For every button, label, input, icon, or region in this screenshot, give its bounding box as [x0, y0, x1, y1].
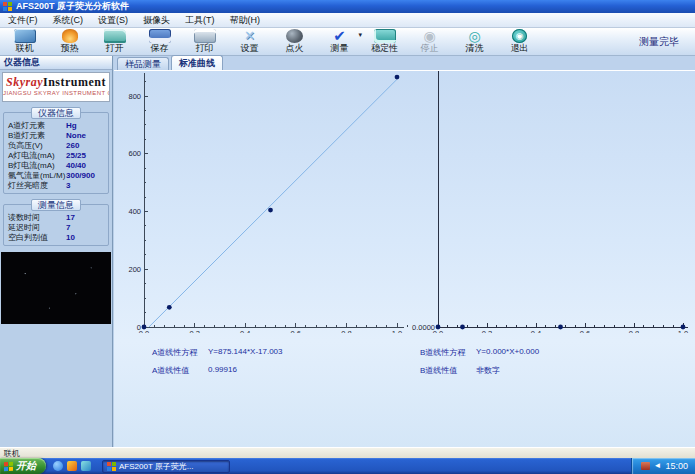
application-window: AFS200T 原子荧光分析软件 文件(F)系统(C)设置(S)摄像头工具(T)… — [0, 0, 695, 474]
brand-name-red: Skyray — [6, 75, 43, 89]
titlebar: AFS200T 原子荧光分析软件 — [0, 0, 695, 13]
chart-panel: 0.00.20.40.60.81.00200400600800 0.00.20.… — [114, 70, 695, 447]
svg-text:200: 200 — [128, 265, 141, 274]
brand-logo: SkyrayInstrument JIANGSU SKYRAY INSTRUME… — [2, 72, 110, 102]
svg-text:400: 400 — [128, 207, 141, 216]
svg-text:800: 800 — [128, 92, 141, 101]
field-row: 负高压(V)260 — [6, 140, 106, 150]
quick-launch — [46, 461, 98, 471]
group-caption: 仪器信息 — [31, 107, 81, 119]
svg-text:0.0000: 0.0000 — [412, 323, 435, 332]
toolbar-button-label: 退出 — [511, 43, 529, 54]
field-value: 260 — [66, 141, 104, 150]
svg-text:0.6: 0.6 — [291, 329, 301, 333]
open-button[interactable]: 打开 — [92, 28, 137, 55]
windows-flag-icon — [4, 461, 13, 471]
channel-a-equations: A道线性方程 Y=875.144*X-17.003 A道线性值 0.99916 — [152, 347, 283, 383]
brand-name-black: Instrument — [43, 75, 106, 89]
stability-icon — [374, 29, 396, 43]
group-caption: 测量信息 — [31, 199, 81, 211]
field-row: 空白判别值10 — [6, 232, 106, 242]
group-instrument-info: 仪器信息A道灯元素HgB道灯元素None负高压(V)260A灯电流(mA)25/… — [3, 112, 109, 194]
b-linearity-value: 非数字 — [476, 365, 500, 376]
field-row: A灯电流(mA)25/25 — [6, 150, 106, 160]
b-equation-value: Y=0.000*X+0.000 — [476, 347, 539, 358]
print-button[interactable]: 打印 — [182, 28, 227, 55]
save-button[interactable]: 保存 — [137, 28, 182, 55]
tray-icon[interactable] — [641, 462, 650, 470]
preheat-button[interactable]: 预热 — [47, 28, 92, 55]
svg-text:0.8: 0.8 — [629, 329, 639, 333]
menu-item-tools[interactable]: 工具(T) — [185, 14, 215, 27]
ignite-button[interactable]: 点火 — [272, 28, 317, 55]
field-value: 300/900 — [66, 171, 104, 180]
menu-item-system[interactable]: 系统(C) — [53, 14, 84, 27]
field-value: 3 — [66, 181, 104, 190]
sidebar-header: 仪器信息 — [0, 56, 112, 70]
taskbar-app-label: AFS200T 原子荧光... — [119, 461, 194, 472]
measure-icon: ✔ — [329, 29, 351, 43]
volume-icon[interactable]: ◄ — [654, 462, 662, 470]
measurement-status-text: 测量完毕 — [639, 35, 693, 49]
b-equation-label: B道线性方程 — [420, 347, 476, 358]
field-label: 空白判别值 — [8, 232, 66, 243]
tab-sample-measure[interactable]: 样品测量 — [117, 57, 169, 70]
toolbar-button-label: 保存 — [151, 43, 169, 54]
a-linearity-label: A道线性值 — [152, 365, 208, 376]
svg-text:1.0: 1.0 — [678, 329, 688, 333]
field-value: 10 — [66, 233, 104, 242]
wash-icon: ◎ — [464, 29, 486, 43]
toolbar: 联机预热打开保存打印✕设置点火✔▾测量稳定性◉停止◎清洗◉退出测量完毕 — [0, 28, 695, 56]
field-value: None — [66, 131, 104, 140]
channel-b-calibration-chart: 0.00.20.40.60.81.00.0000 — [400, 71, 692, 333]
stop-icon: ◉ — [419, 29, 441, 43]
group-measure-info: 测量信息读数时间17延迟时间7空白判别值10 — [3, 204, 109, 246]
exit-button[interactable]: ◉退出 — [497, 28, 542, 55]
measure-button[interactable]: ✔▾测量 — [317, 28, 362, 55]
menu-item-file[interactable]: 文件(F) — [8, 14, 38, 27]
stability-button[interactable]: 稳定性 — [362, 28, 407, 55]
sidebar-groups: 仪器信息A道灯元素HgB道灯元素None负高压(V)260A灯电流(mA)25/… — [0, 112, 112, 246]
toolbar-button-label: 设置 — [241, 43, 259, 54]
window-title: AFS200T 原子荧光分析软件 — [16, 0, 129, 13]
quicklaunch-icon-1[interactable] — [53, 461, 63, 471]
svg-text:0.2: 0.2 — [482, 329, 492, 333]
menu-item-settings[interactable]: 设置(S) — [98, 14, 128, 27]
settings-button[interactable]: ✕设置 — [227, 28, 272, 55]
taskbar-app-button[interactable]: AFS200T 原子荧光... — [102, 460, 230, 473]
svg-text:0.4: 0.4 — [531, 329, 541, 333]
field-value: 25/25 — [66, 151, 104, 160]
wash-button[interactable]: ◎清洗 — [452, 28, 497, 55]
svg-text:0.2: 0.2 — [189, 329, 199, 333]
menu-bar: 文件(F)系统(C)设置(S)摄像头工具(T)帮助(H) — [0, 13, 695, 28]
menu-item-help[interactable]: 帮助(H) — [230, 14, 261, 27]
app-icon — [107, 462, 116, 471]
sidebar-instrument-panel: 仪器信息 SkyrayInstrument JIANGSU SKYRAY INS… — [0, 56, 113, 447]
start-button[interactable]: 开始 — [0, 458, 46, 474]
field-row: 延迟时间7 — [6, 222, 106, 232]
save-icon — [149, 29, 171, 43]
quicklaunch-icon-3[interactable] — [81, 461, 91, 471]
svg-text:0.6: 0.6 — [580, 329, 590, 333]
b-linearity-label: B道线性值 — [420, 365, 476, 376]
toolbar-button-label: 稳定性 — [371, 43, 398, 54]
field-label: 灯丝亮暗度 — [8, 180, 66, 191]
a-linearity-value: 0.99916 — [208, 365, 237, 376]
quicklaunch-icon-2[interactable] — [67, 461, 77, 471]
tab-standard-curve[interactable]: 标准曲线 — [171, 55, 223, 70]
field-row: B道灯元素None — [6, 130, 106, 140]
tab-row: 样品测量标准曲线 — [114, 56, 695, 70]
toolbar-button-label: 测量 — [331, 43, 349, 54]
svg-text:0.4: 0.4 — [240, 329, 250, 333]
field-row: 灯丝亮暗度3 — [6, 180, 106, 190]
toolbar-button-label: 点火 — [286, 43, 304, 54]
field-row: 氩气流量(mL/M)300/900 — [6, 170, 106, 180]
svg-text:0: 0 — [137, 323, 141, 332]
channel-a-calibration-chart: 0.00.20.40.60.81.00200400600800 — [116, 71, 408, 333]
a-equation-value: Y=875.144*X-17.003 — [208, 347, 283, 358]
svg-text:600: 600 — [128, 149, 141, 158]
stop-button: ◉停止 — [407, 28, 452, 55]
menu-item-camera[interactable]: 摄像头 — [143, 14, 170, 27]
brand-subtitle: JIANGSU SKYRAY INSTRUMENT CO.,LTD — [3, 90, 109, 97]
connect-button[interactable]: 联机 — [2, 28, 47, 55]
